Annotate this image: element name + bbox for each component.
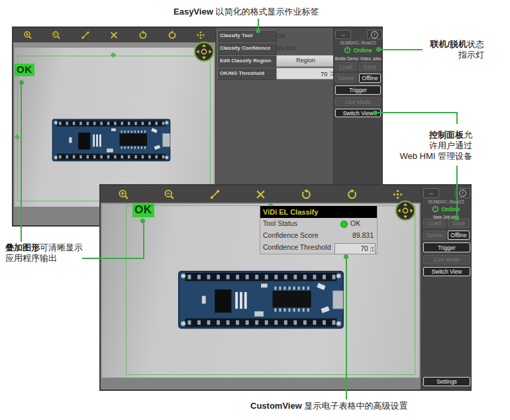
switch-view-button[interactable]: Switch View (335, 109, 381, 117)
settings-button[interactable]: Settings (423, 377, 470, 386)
row-label: Confidence Score (263, 231, 318, 239)
live-mode-button[interactable]: Live Mode (335, 97, 381, 106)
load-button[interactable]: Load (335, 62, 357, 71)
device-name: IS3800C-3toa22 (421, 199, 471, 205)
scale-tool-icon[interactable] (109, 30, 119, 40)
circuit-board-image (52, 117, 171, 164)
line-tool-icon[interactable] (81, 30, 90, 40)
image-margin (101, 378, 421, 390)
annotation-overlay: 叠加图形可清晰显示 应用程序输出 (5, 242, 83, 264)
setting-value: OK (277, 32, 286, 39)
region-button[interactable]: Region (276, 55, 335, 67)
collapse-panel-button[interactable]: ↔ (335, 30, 351, 39)
load-button[interactable]: Load (423, 219, 446, 228)
delete-button[interactable]: Delete (335, 74, 357, 83)
rotate-ccw-icon[interactable] (301, 189, 312, 200)
power-icon (344, 46, 351, 54)
image-viewport: OK ViDi EL Classify Tool Status OK Confi… (101, 203, 421, 390)
viewer-toolbar (13, 28, 215, 43)
zoom-in-icon[interactable] (118, 189, 129, 200)
table-title: ViDi EL Classify (263, 208, 318, 216)
zoom-in-icon[interactable] (23, 30, 32, 40)
annotation-control-panel: 控制面板允 许用户通过 Web HMI 管理设备 (399, 130, 472, 162)
job-name: Bottle Demo Video .jobs (334, 56, 382, 61)
trigger-button[interactable]: Trigger (423, 242, 470, 252)
online-status: Online (441, 206, 460, 213)
row-label: Tool Status (263, 219, 297, 227)
info-icon: i (371, 31, 378, 38)
pan-tool-icon[interactable] (392, 189, 403, 200)
switch-view-button[interactable]: Switch View (423, 267, 470, 276)
threshold-spinner[interactable]: 70 ▲▼ (334, 243, 376, 254)
info-icon: i (459, 189, 466, 197)
viewer-toolbar (101, 185, 421, 203)
connector-line (377, 112, 458, 113)
offline-button[interactable]: Offline (359, 74, 381, 83)
device-control-panel: ↔ i IS3800C-3toa22 Online New Job.jobs L… (421, 185, 471, 390)
setting-label: Classify Tool (217, 30, 277, 42)
annotation-online-indicator: 联机/脱机状态 指示灯 (430, 39, 484, 60)
info-button[interactable]: i (367, 30, 382, 39)
live-mode-button[interactable]: Live Mode (423, 255, 470, 264)
row-value: 89.831 (352, 231, 374, 239)
pan-tool-icon[interactable] (196, 30, 205, 40)
threshold-spinner[interactable]: 70 ▲▼ (276, 68, 335, 79)
ok-result-label: OK (132, 203, 154, 217)
setting-label: OK/NG Threshold (217, 68, 277, 80)
rotate-cw-icon[interactable] (346, 189, 358, 200)
info-button[interactable]: i (455, 188, 470, 198)
setting-label: Edit Classify Region (217, 55, 277, 68)
pan-compass-control[interactable] (193, 41, 215, 62)
scale-tool-icon[interactable] (255, 189, 266, 200)
connector-line (380, 49, 423, 50)
ok-result-label: OK (15, 64, 34, 76)
offline-button[interactable]: Offline (448, 231, 470, 240)
zoom-out-icon[interactable] (52, 30, 61, 40)
status-dot-icon (340, 221, 348, 228)
online-status: Online (353, 47, 372, 54)
delete-button[interactable]: Delete (423, 231, 446, 240)
rotate-cw-icon[interactable] (168, 30, 177, 40)
trigger-button[interactable]: Trigger (335, 85, 381, 95)
row-label: Confidence Threshold (263, 243, 331, 251)
setting-label: Classify Confidence (217, 42, 277, 55)
setting-value: 89.831 (277, 44, 296, 52)
row-value: OK (350, 219, 360, 227)
vidi-result-table: ViDi EL Classify Tool Status OK Confiden… (260, 206, 377, 254)
pan-compass-control[interactable] (395, 200, 416, 221)
line-tool-icon[interactable] (209, 189, 221, 200)
connector-line (456, 112, 458, 124)
device-name: IS3800C-3toa22 (334, 40, 382, 46)
save-button[interactable]: Save (448, 219, 470, 228)
spinner-down-icon[interactable]: ▼ (372, 249, 374, 252)
zoom-out-icon[interactable] (164, 189, 175, 200)
collapse-panel-button[interactable]: ↔ (423, 188, 439, 198)
annotation-easyview: EasyView 以简化的格式显示作业标签 (174, 7, 319, 17)
customview-screenshot: OK ViDi EL Classify Tool Status OK Confi… (99, 184, 472, 391)
save-button[interactable]: Save (359, 62, 381, 71)
circuit-board-image (178, 268, 344, 332)
rotate-ccw-icon[interactable] (138, 30, 148, 40)
power-icon (432, 205, 439, 213)
annotation-customview: CustomView 显示电子表格中的高级设置 (250, 401, 407, 411)
table-header: ViDi EL Classify (260, 206, 377, 218)
